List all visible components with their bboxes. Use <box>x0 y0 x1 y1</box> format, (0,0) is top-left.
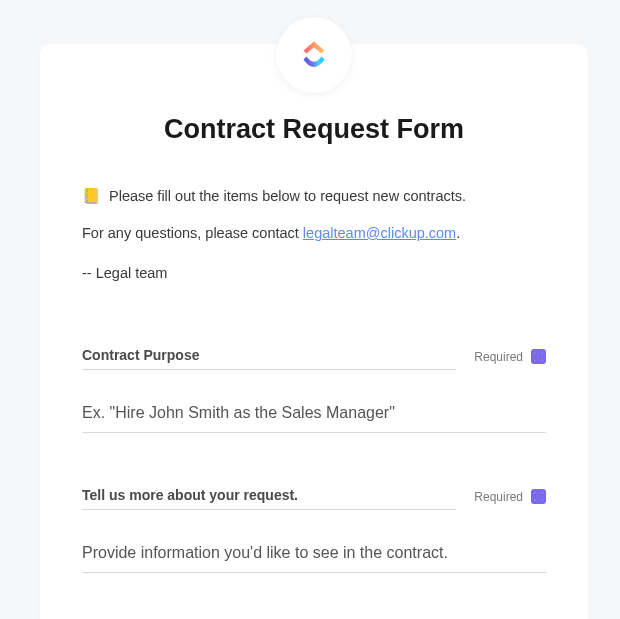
required-checkbox-icon <box>531 349 546 364</box>
logo-container <box>276 17 352 93</box>
note-icon: 📒 <box>82 187 101 205</box>
field-label: Contract Purpose <box>82 347 456 363</box>
intro-line: 📒 Please fill out the items below to req… <box>82 187 546 205</box>
clickup-logo-icon <box>296 37 332 73</box>
form-card: Contract Request Form 📒 Please fill out … <box>40 44 588 619</box>
field-label-wrap: Tell us more about your request. <box>82 487 456 510</box>
form-title: Contract Request Form <box>82 114 546 145</box>
field-contract-purpose: Contract Purpose Required <box>82 347 546 433</box>
contact-email-link[interactable]: legalteam@clickup.com <box>303 225 456 241</box>
field-tell-us-more: Tell us more about your request. Require… <box>82 487 546 573</box>
required-label: Required <box>474 490 523 504</box>
field-header: Tell us more about your request. Require… <box>82 487 546 510</box>
intro-text: Please fill out the items below to reque… <box>109 188 466 204</box>
required-label: Required <box>474 350 523 364</box>
contact-line: For any questions, please contact legalt… <box>82 225 546 241</box>
field-header: Contract Purpose Required <box>82 347 546 370</box>
signoff-text: -- Legal team <box>82 265 546 281</box>
field-label: Tell us more about your request. <box>82 487 456 503</box>
required-indicator: Required <box>474 349 546 370</box>
required-checkbox-icon <box>531 489 546 504</box>
contract-purpose-input[interactable] <box>82 398 546 433</box>
field-label-wrap: Contract Purpose <box>82 347 456 370</box>
tell-us-more-input[interactable] <box>82 538 546 573</box>
contact-prefix: For any questions, please contact <box>82 225 303 241</box>
required-indicator: Required <box>474 489 546 510</box>
contact-suffix: . <box>456 225 460 241</box>
